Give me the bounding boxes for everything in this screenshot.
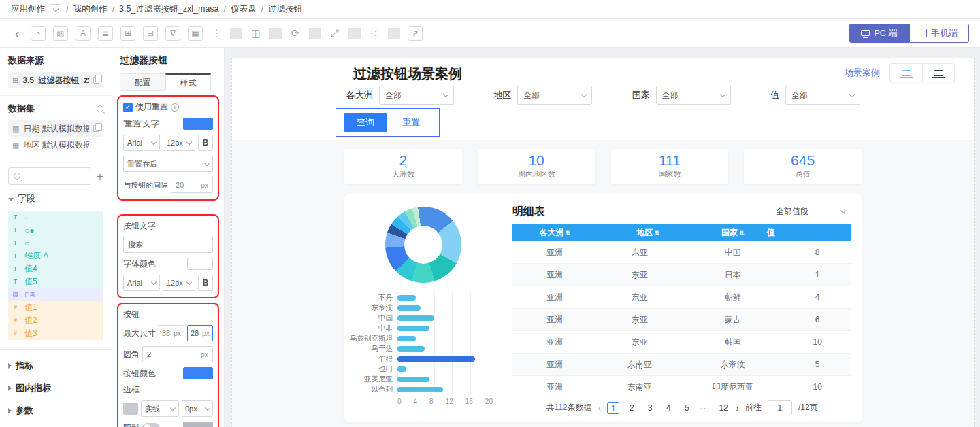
app-dropdown-button[interactable]	[50, 4, 61, 14]
sidebar-collapsed-section[interactable]: 参数	[8, 404, 103, 417]
fields-section-header[interactable]: 字段	[8, 192, 103, 205]
bar-row[interactable]: 乍得	[344, 354, 502, 364]
field-item[interactable]: T ·	[8, 211, 103, 224]
field-search-input[interactable]	[8, 167, 91, 185]
add-field-button[interactable]: +	[97, 171, 103, 182]
back-icon[interactable]: ‹	[11, 26, 23, 41]
gap-input[interactable]: px	[171, 177, 213, 193]
panel-tab[interactable]: 配置	[120, 73, 165, 91]
font-size-select[interactable]: 12px	[163, 135, 195, 151]
filter-select[interactable]: 全部	[656, 86, 731, 105]
fullscreen-icon[interactable]: ⤢	[329, 26, 341, 41]
button-text-input[interactable]	[123, 237, 213, 253]
reset-text-color-swatch[interactable]	[183, 118, 213, 130]
goto-page-input[interactable]	[768, 400, 792, 415]
datasource-item[interactable]: ⊞ 3.5_过滤器按钮_zxl_masa	[8, 72, 103, 88]
table-row[interactable]: 亚洲 东亚 韩国 10	[512, 331, 851, 354]
filter-select[interactable]: 全部	[379, 86, 454, 105]
font-size-select[interactable]: 12px	[163, 275, 195, 291]
board-pc-view-button[interactable]	[890, 64, 922, 82]
dataset-item[interactable]: ▦ 地区 默认模拟数据	[8, 137, 103, 153]
bar-chart[interactable]: 不丹东帝汶中国中非乌兹别克斯坦乌干达乍得也门亚美尼亚以色列 048121620	[344, 292, 502, 405]
pc-view-button[interactable]: PC 端	[849, 24, 909, 43]
sort-icon[interactable]: ⇅	[565, 230, 570, 237]
next-page-button[interactable]: ›	[736, 403, 739, 413]
field-item[interactable]: T 维度 A	[8, 250, 103, 262]
stat-card[interactable]: 111 国家数	[611, 149, 729, 184]
sort-icon[interactable]: ⇅	[654, 230, 659, 237]
table-column-header[interactable]: 地区⇅	[598, 227, 699, 239]
filter-add-icon[interactable]: ∇	[165, 26, 180, 41]
refresh-icon[interactable]: ⟳	[289, 26, 301, 41]
bar-row[interactable]: 亚美尼亚	[344, 374, 502, 384]
mobile-view-button[interactable]: 手机端	[909, 24, 969, 43]
export-icon[interactable]: ↗	[408, 26, 423, 41]
stat-card[interactable]: 2 大洲数	[344, 149, 462, 184]
reset-link[interactable]: 重置	[402, 116, 420, 129]
max-width-input[interactable]: px	[159, 325, 184, 341]
preview-icon[interactable]: ◫	[250, 26, 262, 41]
radius-input[interactable]: px	[142, 346, 213, 362]
more-icon[interactable]: ⋮	[210, 26, 223, 41]
panel-tab[interactable]: 样式	[165, 73, 211, 91]
donut-chart[interactable]	[385, 207, 461, 283]
form-add-icon[interactable]: ⊟	[143, 26, 158, 41]
bar-row[interactable]: 乌兹别克斯坦	[344, 333, 502, 343]
table-column-header[interactable]: 值⇅	[766, 227, 774, 239]
search-icon[interactable]	[97, 105, 103, 112]
bar-row[interactable]: 中国	[344, 313, 502, 323]
field-item[interactable]: ▤ 日期	[8, 288, 103, 301]
field-item[interactable]: T ○	[8, 237, 103, 250]
bar-row[interactable]: 东帝汶	[344, 303, 502, 313]
copy-icon[interactable]	[93, 77, 99, 84]
shadow-toggle[interactable]	[142, 423, 160, 427]
bold-button[interactable]: B	[198, 135, 213, 151]
sidebar-collapsed-section[interactable]: 指标	[8, 359, 103, 373]
border-style-select[interactable]: 实线	[141, 400, 179, 417]
table-row[interactable]: 亚洲 东南亚 东帝汶 5	[512, 354, 851, 376]
sidebar-collapsed-section[interactable]: 图内指标	[8, 381, 103, 395]
page-number[interactable]: 2	[625, 402, 638, 414]
field-item[interactable]: T 值4	[8, 262, 103, 275]
table-row[interactable]: 亚洲 东亚 中国 8	[512, 241, 851, 264]
shadow-color-swatch[interactable]	[183, 422, 213, 427]
field-item[interactable]: # 值3	[8, 327, 103, 340]
stat-card[interactable]: 645 总值	[744, 149, 862, 184]
table-row[interactable]: 亚洲 东南亚 印度尼西亚 10	[512, 376, 851, 398]
table-row[interactable]: 亚洲 东亚 朝鲜 4	[512, 286, 851, 309]
font-family-select[interactable]: Arial	[123, 135, 160, 151]
filter-select[interactable]: 全部	[517, 86, 592, 105]
scene-case-link[interactable]: 场景案例	[845, 67, 880, 79]
table-row[interactable]: 亚洲 东亚 日本 1	[512, 264, 851, 286]
bar-row[interactable]: 以色列	[344, 384, 502, 394]
dataset-item[interactable]: ▦ 日期 默认模拟数据	[8, 120, 103, 137]
prev-page-button[interactable]: ‹	[598, 403, 602, 413]
table-row[interactable]: 亚洲 东亚 蒙古 6	[512, 309, 851, 331]
board-presentation-view-button[interactable]	[922, 64, 954, 82]
border-width-select[interactable]: 0px	[182, 400, 213, 417]
font-family-select[interactable]: Arial	[123, 275, 160, 291]
field-item[interactable]: T ○●	[8, 224, 103, 237]
page-number[interactable]: 3	[644, 402, 656, 414]
field-item[interactable]: # 值2	[8, 314, 103, 327]
bold-button[interactable]: B	[198, 275, 213, 291]
bar-row[interactable]: 也门	[344, 364, 502, 374]
field-item[interactable]: T 值5	[8, 275, 103, 288]
page-number[interactable]: 4	[662, 402, 674, 414]
border-color-swatch[interactable]	[123, 403, 138, 415]
copy-icon[interactable]	[93, 125, 99, 132]
breadcrumb-item-my-creations[interactable]: 我的创作	[73, 3, 107, 15]
widget-add-icon[interactable]: ⊞	[120, 26, 135, 41]
field-item[interactable]: # 值1	[8, 301, 103, 314]
use-reset-checkbox[interactable]	[123, 103, 133, 112]
bar-row[interactable]: 中非	[344, 323, 502, 333]
font-color-swatch[interactable]	[187, 258, 213, 270]
list-add-icon[interactable]: ≣	[98, 26, 113, 41]
chart-add-icon[interactable]: ◔	[31, 26, 46, 41]
page-number[interactable]: 1	[607, 402, 619, 414]
image-add-icon[interactable]: ▨	[53, 26, 68, 41]
breadcrumb-app[interactable]: 应用创作	[11, 3, 45, 15]
page-number[interactable]: 5	[681, 402, 693, 414]
bar-row[interactable]: 不丹	[344, 292, 502, 303]
text-add-icon[interactable]: A	[76, 26, 91, 41]
